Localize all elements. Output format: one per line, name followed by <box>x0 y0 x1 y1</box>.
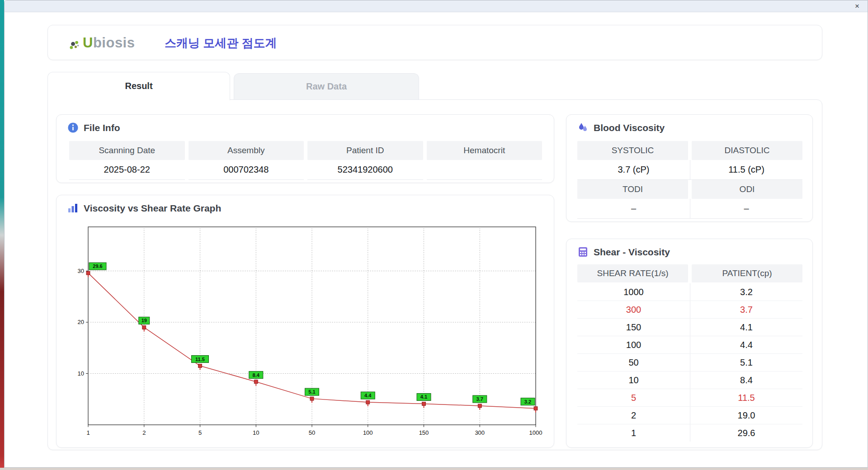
svg-text:2: 2 <box>142 429 146 436</box>
app-window: × Ubiosis 스캐닝 모세관 점도계 Result Raw Data <box>4 0 868 468</box>
patient-cell: 4.1 <box>690 319 802 336</box>
file-info-card: File Info Scanning Date Assembly Patient… <box>56 114 554 183</box>
info-icon <box>67 122 79 133</box>
table-row: 10003.2 <box>577 283 802 301</box>
droplet-icon <box>577 122 589 133</box>
desktop-edge-bottom <box>0 468 868 470</box>
viscosity-chart: 1020301251050100150300100029.61911.58.45… <box>68 222 543 446</box>
patient-cell: 29.6 <box>690 424 802 442</box>
shear-rate-cell: 100 <box>577 336 690 353</box>
header-card: Ubiosis 스캐닝 모세관 점도계 <box>47 25 822 60</box>
shear-viscosity-card: Shear - Viscosity SHEAR RATE(1/s) PATIEN… <box>566 239 813 448</box>
svg-text:5: 5 <box>198 429 202 436</box>
shear-rate-cell: 2 <box>577 407 690 424</box>
patient-cell: 19.0 <box>690 407 802 424</box>
svg-text:10: 10 <box>78 370 84 377</box>
patient-cell: 3.2 <box>690 283 802 301</box>
patient-cell: 5.1 <box>690 354 802 371</box>
table-row: 219.0 <box>577 407 802 424</box>
field-label: Patient ID <box>307 141 423 160</box>
table-row: 3003.7 <box>577 301 802 319</box>
bv-header-cell: TODI <box>577 180 688 199</box>
bv-value-cell: 3.7 (cP) <box>577 160 690 180</box>
table-row: 505.1 <box>577 354 802 371</box>
svg-text:4.1: 4.1 <box>420 394 427 400</box>
table-row: 1004.4 <box>577 336 802 354</box>
field-value: 000702348 <box>189 160 304 180</box>
patient-cell: 4.4 <box>690 336 802 353</box>
patient-cell: 8.4 <box>690 371 802 389</box>
patient-cell: 3.7 <box>690 301 802 318</box>
logo-accent: U <box>83 35 93 51</box>
logo-dots-icon <box>69 38 80 49</box>
table-row: 129.6 <box>577 424 802 442</box>
shear-rate-cell: 1 <box>577 424 690 442</box>
field-value: 2025-08-22 <box>69 160 185 180</box>
shear-rate-cell: 5 <box>577 389 690 406</box>
close-button[interactable]: × <box>852 1 862 11</box>
svg-text:50: 50 <box>309 429 315 436</box>
patient-cell: 11.5 <box>690 389 802 406</box>
shear-rate-cell: 1000 <box>577 283 690 301</box>
bv-header-cell: DIASTOLIC <box>692 141 802 160</box>
file-info-grid: Scanning Date Assembly Patient ID Hemato… <box>69 141 542 180</box>
svg-text:20: 20 <box>78 319 84 325</box>
svg-text:19: 19 <box>142 318 147 323</box>
svg-text:10: 10 <box>253 429 259 436</box>
logo-text: Ubiosis <box>83 35 135 51</box>
desktop-edge <box>0 0 4 470</box>
ubiosis-logo: Ubiosis <box>69 33 135 52</box>
svg-text:8.4: 8.4 <box>253 372 260 378</box>
svg-text:1000: 1000 <box>529 429 542 436</box>
tab-result[interactable]: Result <box>47 72 230 100</box>
bv-value-cell: 11.5 (cP) <box>690 160 802 180</box>
svg-text:5.1: 5.1 <box>308 389 315 395</box>
field-label: Hematocrit <box>427 141 542 160</box>
blood-viscosity-grid: SYSTOLIC DIASTOLIC 3.7 (cP) 11.5 (cP) TO… <box>577 141 802 219</box>
table-row: 511.5 <box>577 389 802 407</box>
shear-viscosity-rows: 10003.23003.71504.11004.4505.1108.4511.5… <box>577 283 802 442</box>
window-titlebar: × <box>5 0 868 12</box>
file-info-title: File Info <box>84 122 120 133</box>
field-label: Assembly <box>189 141 304 160</box>
svg-text:3.2: 3.2 <box>524 399 531 404</box>
bv-header-cell: SYSTOLIC <box>577 141 688 160</box>
bv-value-cell: – <box>577 199 690 219</box>
blood-viscosity-card: Blood Viscosity SYSTOLIC DIASTOLIC 3.7 (… <box>566 114 813 222</box>
field-label: Scanning Date <box>69 141 185 160</box>
tab-raw-data[interactable]: Raw Data <box>234 73 419 99</box>
bar-chart-icon <box>67 202 79 214</box>
column-header-shear-rate: SHEAR RATE(1/s) <box>577 264 688 282</box>
svg-text:11.5: 11.5 <box>195 357 205 362</box>
logo-rest: biosis <box>93 35 135 51</box>
svg-text:29.6: 29.6 <box>93 263 102 269</box>
shear-rate-cell: 50 <box>577 354 690 371</box>
calculator-icon <box>577 246 589 258</box>
table-row: 1504.1 <box>577 319 802 336</box>
blood-viscosity-title: Blood Viscosity <box>594 122 665 133</box>
result-content-panel: File Info Scanning Date Assembly Patient… <box>47 99 822 450</box>
bv-header-cell: ODI <box>692 180 802 199</box>
column-header-patient: PATIENT(cp) <box>692 264 802 282</box>
shear-viscosity-title: Shear - Viscosity <box>594 247 670 258</box>
field-value: 52341920600 <box>307 160 423 180</box>
shear-viscosity-table: SHEAR RATE(1/s) PATIENT(cp) 10003.23003.… <box>577 264 802 442</box>
svg-text:4.4: 4.4 <box>364 393 372 398</box>
field-value <box>427 160 542 180</box>
shear-rate-cell: 150 <box>577 319 690 336</box>
svg-text:30: 30 <box>78 268 84 274</box>
svg-text:1: 1 <box>86 429 90 436</box>
shear-rate-cell: 10 <box>577 371 690 389</box>
svg-text:100: 100 <box>363 429 373 436</box>
viscosity-graph-card: Viscosity vs Shear Rate Graph 1020301251… <box>56 195 554 448</box>
graph-title: Viscosity vs Shear Rate Graph <box>84 203 221 214</box>
table-row: 108.4 <box>577 371 802 389</box>
bv-value-cell: – <box>690 199 802 219</box>
svg-text:3.7: 3.7 <box>476 396 483 402</box>
page-title: 스캐닝 모세관 점도계 <box>165 35 277 51</box>
svg-text:150: 150 <box>419 429 429 436</box>
svg-text:300: 300 <box>475 429 485 436</box>
shear-rate-cell: 300 <box>577 301 690 318</box>
